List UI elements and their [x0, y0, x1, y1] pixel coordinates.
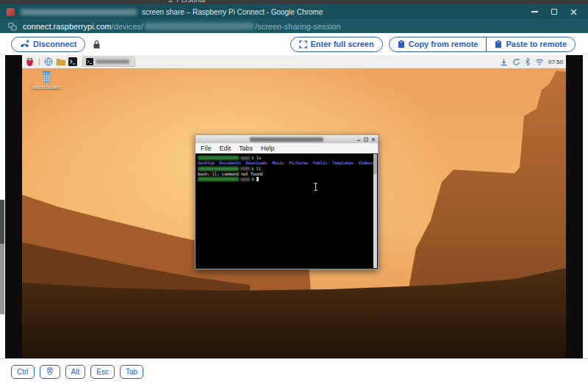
secure-session-indicator — [93, 40, 101, 49]
clipboard-button-group: Copy from remote Paste to remote — [389, 37, 576, 52]
redacted-prompt-user — [198, 156, 239, 160]
url-bar[interactable]: connect.raspberrypi.com/devices/ /screen… — [0, 19, 588, 33]
paste-to-remote-label: Paste to remote — [506, 40, 567, 48]
profile-icon — [168, 0, 173, 2]
terminal-line: $ ls — [198, 155, 376, 160]
redacted-prompt-path — [240, 156, 250, 160]
raspberry-menu-icon[interactable] — [25, 57, 35, 67]
text-cursor-pointer — [313, 183, 318, 191]
terminal-minimize-icon[interactable] — [356, 137, 361, 142]
terminal-cursor — [257, 177, 259, 181]
redacted-prompt-path — [240, 167, 250, 170]
remote-screen[interactable]: | — [22, 55, 566, 358]
taskbar-separator: | — [38, 58, 40, 65]
redacted-prompt-path — [240, 178, 250, 181]
copy-from-remote-label: Copy from remote — [409, 40, 478, 48]
app-info-icon[interactable] — [8, 22, 17, 31]
remote-desktop[interactable]: Wastebasket — [22, 68, 566, 358]
terminal-menu-file[interactable]: File — [201, 145, 212, 152]
raspberry-key-icon — [46, 367, 54, 376]
terminal-line: bash: ll: command not found — [198, 171, 376, 176]
minimize-icon[interactable] — [531, 11, 538, 12]
browser-launcher-icon[interactable] — [44, 57, 53, 66]
screen-share-viewport: | — [0, 55, 588, 358]
trash-icon — [40, 70, 53, 84]
terminal-output[interactable]: $ ls Desktop Documents Downloads Music P… — [195, 153, 379, 269]
terminal-close-icon[interactable] — [371, 137, 376, 142]
profile-label: Personal — [176, 0, 205, 4]
app-favicon — [7, 8, 15, 16]
terminal-titlebar[interactable] — [195, 134, 379, 143]
redacted-window-title — [96, 59, 129, 64]
url-host: connect.raspberrypi.com — [23, 22, 111, 31]
terminal-scrollbar[interactable] — [373, 154, 377, 268]
chrome-titlebar: screen share – Raspberry Pi Connect - Go… — [0, 4, 588, 19]
paste-to-remote-button[interactable]: Paste to remote — [486, 37, 575, 51]
redacted-prompt-user — [198, 177, 239, 181]
terminal-line: $ — [198, 176, 376, 181]
lock-icon — [93, 40, 101, 49]
maximize-icon[interactable] — [551, 9, 557, 15]
terminal-menu-tabs[interactable]: Tabs — [239, 145, 253, 152]
wastebasket-desktop-icon[interactable]: Wastebasket — [29, 70, 63, 90]
esc-key-button[interactable]: Esc — [90, 365, 115, 379]
toolbar-right-actions: Enter full screen Copy from remote Paste… — [290, 37, 576, 52]
fullscreen-icon — [299, 40, 307, 48]
alt-key-button[interactable]: Alt — [65, 365, 86, 379]
tab-key-button[interactable]: Tab — [120, 365, 143, 379]
paste-icon — [495, 40, 502, 48]
redacted-terminal-title — [250, 137, 323, 142]
remote-taskbar: | — [22, 55, 566, 68]
terminal-icon — [86, 58, 93, 65]
ctrl-key-button[interactable]: Ctrl — [11, 365, 35, 379]
redacted-device-id — [145, 23, 254, 29]
bluetooth-icon[interactable] — [525, 57, 531, 66]
terminal-menu-edit[interactable]: Edit — [220, 145, 232, 152]
virtual-keys: Ctrl Alt Esc Tab — [11, 365, 143, 379]
window-edge-artifact — [0, 200, 4, 244]
wastebasket-label: Wastebasket — [32, 84, 61, 90]
enter-full-screen-button[interactable]: Enter full screen — [290, 37, 383, 52]
downloads-icon[interactable] — [500, 58, 508, 66]
virtual-key-bar: Ctrl Alt Esc Tab — [0, 358, 588, 384]
terminal-line: $ ll — [198, 166, 376, 171]
close-icon[interactable] — [570, 9, 577, 15]
copy-icon — [398, 40, 405, 48]
terminal-window[interactable]: File Edit Tabs Help $ ls Desktop Documen… — [195, 134, 379, 269]
taskbar-clock[interactable]: 07:50 — [548, 59, 563, 65]
terminal-line: Desktop Documents Downloads Music Pictur… — [198, 160, 376, 165]
url-path-prefix: /devices/ — [111, 22, 143, 31]
terminal-window-controls — [356, 137, 376, 142]
session-toolbar: Disconnect Enter full screen Copy from r… — [0, 33, 588, 55]
redacted-prompt-user — [198, 167, 239, 171]
disconnect-icon — [20, 40, 29, 48]
disconnect-button[interactable]: Disconnect — [11, 37, 85, 52]
terminal-scrollbar-thumb[interactable] — [373, 155, 377, 174]
super-key-button[interactable] — [40, 365, 60, 379]
terminal-maximize-icon[interactable] — [364, 137, 368, 142]
updates-sync-icon[interactable] — [512, 58, 520, 66]
enter-full-screen-label: Enter full screen — [311, 40, 374, 48]
taskbar-window-button-terminal[interactable] — [82, 57, 135, 67]
url-path-suffix: /screen-sharing-session — [255, 22, 341, 31]
window-controls — [531, 9, 577, 15]
window-edge-artifact — [0, 244, 4, 314]
window-title: screen share – Raspberry Pi Connect - Go… — [142, 8, 323, 16]
redacted-device-name — [21, 9, 137, 15]
wifi-icon[interactable] — [535, 59, 544, 65]
taskbar-status-area: 07:50 — [500, 57, 563, 66]
terminal-launcher-icon[interactable] — [68, 57, 77, 66]
terminal-menubar: File Edit Tabs Help — [195, 143, 379, 153]
disconnect-label: Disconnect — [33, 40, 76, 48]
terminal-menu-help[interactable]: Help — [261, 145, 275, 152]
copy-from-remote-button[interactable]: Copy from remote — [390, 37, 487, 51]
file-manager-icon[interactable] — [56, 58, 65, 66]
